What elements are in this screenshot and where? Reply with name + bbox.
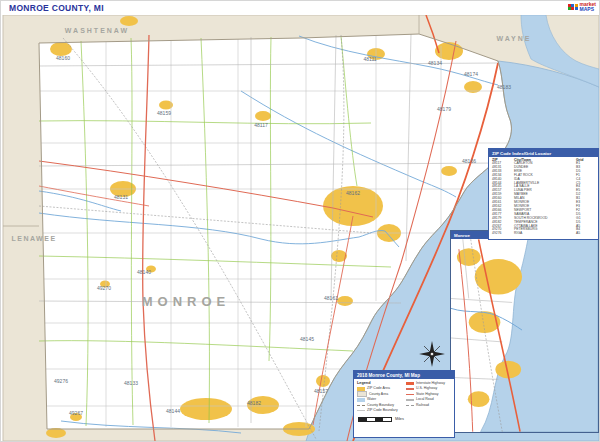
map-page: 4816048111481744813448183481594811748179… [0,0,600,442]
zip-index-rows: 48117CARLETONE148131DUNDEEB348133ERIED54… [489,162,598,236]
inset-map-panel: Monroe [450,230,599,433]
legend-item: ZIP Code Boundary [357,408,402,413]
legend-panel: 2018 Monroe County, MI Map Legend ZIP Co… [353,370,455,438]
inset-map-canvas [451,239,598,432]
legend-title: 2018 Monroe County, MI Map [354,371,454,379]
scale-bar [358,417,392,422]
sw-zb-swatch-icon [357,410,365,411]
logo-text-line2: MAPS [580,7,596,12]
sw-rr-swatch-icon [406,405,414,406]
page-title: MONROE COUNTY, MI [9,3,104,13]
sw-cb-swatch-icon [357,405,365,406]
compass-rose [419,341,445,367]
title-bar: MONROE COUNTY, MI market MAPS [1,1,600,15]
scale-unit-label: Miles [395,417,404,421]
zip-index-title: ZIP Code Index/Grid Locator [489,149,598,157]
sw-rd-swatch-icon [406,399,414,400]
sw-st-swatch-icon [406,394,414,395]
legend-item: Railroad [406,403,451,408]
sw-us-swatch-icon [406,388,414,390]
sw-county-swatch-icon [357,391,367,397]
zip-index-row: 49276RIGAA5 [492,232,595,236]
brand-logo: market MAPS [568,2,596,12]
sw-zip-swatch-icon [357,387,365,391]
sw-int-swatch-icon [406,382,414,385]
legend-section-header: Legend [357,381,402,385]
logo-squares-icon [568,4,578,11]
legend-column-roads: Interstate HighwayU.S. HighwayState High… [406,381,451,414]
legend-column-areas: Legend ZIP Code AreaCounty AreaWaterCoun… [357,381,402,414]
zip-index-panel: ZIP Code Index/Grid Locator ZIPCity/Town… [488,148,599,240]
sw-water-swatch-icon [357,398,365,402]
